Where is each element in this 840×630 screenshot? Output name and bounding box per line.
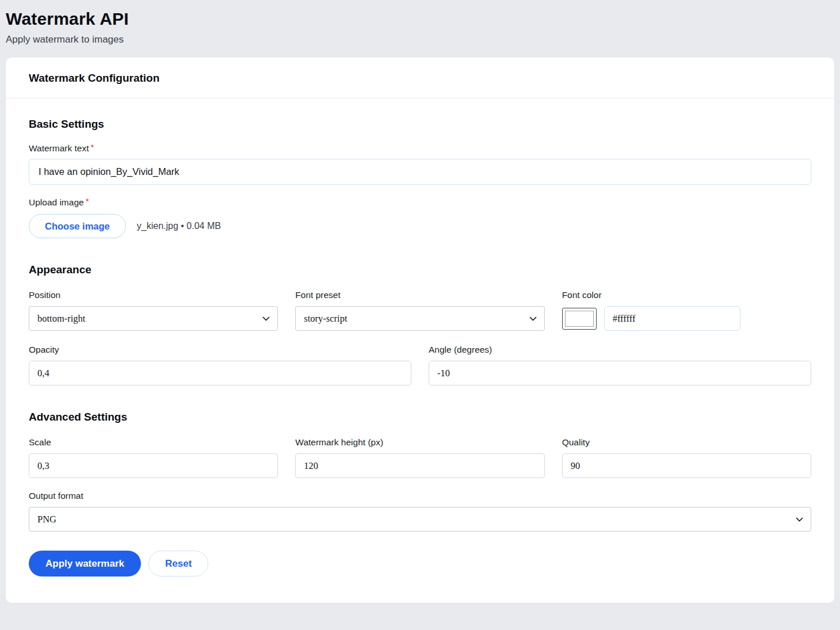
page-header: Watermark API Apply watermark to images	[0, 0, 840, 45]
apply-watermark-button[interactable]: Apply watermark	[29, 551, 141, 576]
quality-label: Quality	[562, 437, 590, 448]
opacity-field: Opacity	[29, 345, 411, 385]
font-color-hex-input[interactable]	[604, 306, 740, 331]
actions-row: Apply watermark Reset	[29, 551, 811, 576]
uploaded-file-info: y_kien.jpg • 0.04 MB	[137, 221, 221, 231]
chevron-down-icon	[262, 316, 270, 321]
angle-input[interactable]	[429, 361, 811, 385]
opacity-label: Opacity	[29, 345, 59, 355]
watermark-text-field: Watermark text*	[29, 143, 811, 185]
output-format-label: Output format	[29, 491, 83, 501]
font-color-row	[562, 306, 811, 331]
watermark-height-input[interactable]	[295, 453, 544, 478]
appearance-row-2: Opacity Angle (degrees)	[29, 345, 811, 385]
font-color-picker[interactable]	[562, 308, 597, 330]
angle-field: Angle (degrees)	[429, 345, 811, 385]
upload-row: Choose image y_kien.jpg • 0.04 MB	[29, 214, 811, 238]
font-preset-label: Font preset	[295, 290, 340, 300]
watermark-text-label: Watermark text	[29, 143, 89, 154]
card-header: Watermark Configuration	[6, 58, 834, 98]
card-body: Basic Settings Watermark text* Upload im…	[6, 98, 834, 601]
font-preset-select[interactable]: story-script	[295, 306, 544, 331]
font-color-swatch	[565, 311, 594, 327]
font-color-label: Font color	[562, 290, 602, 300]
position-select[interactable]: bottom-right	[29, 306, 278, 331]
advanced-row-1: Scale Watermark height (px) Quality	[29, 437, 811, 478]
position-select-value: bottom-right	[37, 313, 85, 324]
reset-button[interactable]: Reset	[148, 551, 208, 576]
watermark-text-input[interactable]	[29, 159, 811, 185]
scale-field: Scale	[29, 437, 278, 478]
font-color-field: Font color	[562, 290, 811, 331]
page-subtitle: Apply watermark to images	[6, 34, 834, 45]
advanced-settings-heading: Advanced Settings	[29, 411, 811, 423]
choose-image-button[interactable]: Choose image	[29, 214, 126, 238]
watermark-height-field: Watermark height (px)	[295, 437, 544, 478]
quality-field: Quality	[562, 437, 811, 478]
opacity-input[interactable]	[29, 361, 411, 385]
required-asterisk: *	[91, 142, 94, 152]
quality-input[interactable]	[562, 453, 811, 478]
font-preset-select-value: story-script	[304, 313, 347, 324]
output-format-select-value: PNG	[37, 514, 56, 525]
upload-image-label: Upload image	[29, 197, 84, 208]
chevron-down-icon	[529, 316, 537, 321]
watermark-height-label: Watermark height (px)	[295, 437, 383, 448]
scale-input[interactable]	[29, 453, 278, 478]
position-label: Position	[29, 290, 60, 300]
chevron-down-icon	[796, 517, 803, 522]
page-title: Watermark API	[6, 9, 834, 29]
output-format-select[interactable]: PNG	[29, 507, 811, 532]
card-title: Watermark Configuration	[29, 72, 811, 85]
angle-label: Angle (degrees)	[429, 345, 492, 355]
appearance-heading: Appearance	[29, 264, 811, 276]
watermark-configuration-card: Watermark Configuration Basic Settings W…	[6, 58, 834, 603]
output-format-field: Output format PNG	[29, 491, 811, 532]
position-field: Position bottom-right	[29, 290, 278, 331]
required-asterisk: *	[86, 196, 89, 206]
basic-settings-heading: Basic Settings	[29, 118, 811, 131]
appearance-row-1: Position bottom-right Font preset story-…	[29, 290, 811, 331]
scale-label: Scale	[29, 437, 51, 448]
upload-image-field: Upload image* Choose image y_kien.jpg • …	[29, 197, 811, 238]
font-preset-field: Font preset story-script	[295, 290, 544, 331]
